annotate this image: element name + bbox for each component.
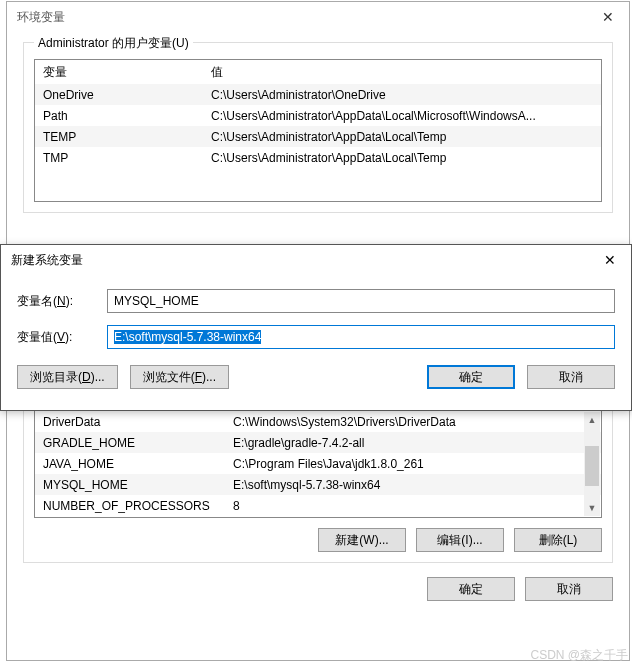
new-button[interactable]: 新建(W)... <box>318 528 406 552</box>
scroll-down-icon[interactable]: ▼ <box>584 500 600 516</box>
name-label: 变量名(N): <box>17 293 97 310</box>
user-group-label: Administrator 的用户变量(U) <box>34 35 193 52</box>
browse-dir-button[interactable]: 浏览目录(D)... <box>17 365 118 389</box>
cell-val: C:\Windows\System32\Drivers\DriverData <box>225 413 601 431</box>
close-icon[interactable]: ✕ <box>587 2 629 32</box>
variable-name-input[interactable] <box>107 289 615 313</box>
cell-var: DriverData <box>35 413 225 431</box>
cell-var: GRADLE_HOME <box>35 434 225 452</box>
ok-button[interactable]: 确定 <box>427 365 515 389</box>
cell-var: OneDrive <box>35 86 203 104</box>
cell-val: E:\gradle\gradle-7.4.2-all <box>225 434 601 452</box>
table-row[interactable]: OneDrive C:\Users\Administrator\OneDrive <box>35 84 601 105</box>
col-header-value[interactable]: 值 <box>203 61 601 84</box>
table-row[interactable]: NUMBER_OF_PROCESSORS 8 <box>35 495 601 516</box>
scrollbar[interactable]: ▲ ▼ <box>584 412 600 516</box>
user-variables-group: Administrator 的用户变量(U) 变量 值 OneDrive C:\… <box>23 42 613 213</box>
table-row[interactable]: TEMP C:\Users\Administrator\AppData\Loca… <box>35 126 601 147</box>
table-row[interactable]: Path C:\Users\Administrator\AppData\Loca… <box>35 105 601 126</box>
cell-var: NUMBER_OF_PROCESSORS <box>35 497 225 515</box>
close-icon[interactable]: ✕ <box>589 245 631 275</box>
dialog-titlebar: 新建系统变量 ✕ <box>1 245 631 275</box>
cell-val: E:\soft\mysql-5.7.38-winx64 <box>225 476 601 494</box>
cell-val: C:\Users\Administrator\OneDrive <box>203 86 601 104</box>
scroll-track[interactable] <box>584 428 600 500</box>
edit-button[interactable]: 编辑(I)... <box>416 528 504 552</box>
dialog-title: 新建系统变量 <box>11 252 83 269</box>
cell-val: C:\Program Files\Java\jdk1.8.0_261 <box>225 455 601 473</box>
ok-button[interactable]: 确定 <box>427 577 515 601</box>
browse-file-button[interactable]: 浏览文件(F)... <box>130 365 229 389</box>
system-variables-group: DriverData C:\Windows\System32\Drivers\D… <box>23 393 613 563</box>
name-row: 变量名(N): <box>1 283 631 319</box>
cell-var: TEMP <box>35 128 203 146</box>
cell-val: C:\Users\Administrator\AppData\Local\Tem… <box>203 149 601 167</box>
table-row[interactable]: DriverData C:\Windows\System32\Drivers\D… <box>35 411 601 432</box>
scroll-up-icon[interactable]: ▲ <box>584 412 600 428</box>
cell-val: 8 <box>225 497 601 515</box>
table-row[interactable]: GRADLE_HOME E:\gradle\gradle-7.4.2-all <box>35 432 601 453</box>
user-variables-table[interactable]: 变量 值 OneDrive C:\Users\Administrator\One… <box>34 59 602 202</box>
table-header: 变量 值 <box>35 60 601 84</box>
cancel-button[interactable]: 取消 <box>527 365 615 389</box>
table-row[interactable]: MYSQL_HOME E:\soft\mysql-5.7.38-winx64 <box>35 474 601 495</box>
col-header-variable[interactable]: 变量 <box>35 61 203 84</box>
main-button-row: 确定 取消 <box>7 563 629 611</box>
watermark: CSDN @森之千手 <box>530 647 628 664</box>
cancel-button[interactable]: 取消 <box>525 577 613 601</box>
window-title: 环境变量 <box>17 9 65 26</box>
system-variables-table[interactable]: DriverData C:\Windows\System32\Drivers\D… <box>34 410 602 518</box>
cell-val: C:\Users\Administrator\AppData\Local\Mic… <box>203 107 601 125</box>
value-label: 变量值(V): <box>17 329 97 346</box>
value-row: 变量值(V): E:\soft\mysql-5.7.38-winx64 <box>1 319 631 355</box>
cell-var: TMP <box>35 149 203 167</box>
scroll-thumb[interactable] <box>585 446 599 486</box>
cell-val: C:\Users\Administrator\AppData\Local\Tem… <box>203 128 601 146</box>
sys-button-row: 新建(W)... 编辑(I)... 删除(L) <box>34 518 602 552</box>
table-row[interactable]: JAVA_HOME C:\Program Files\Java\jdk1.8.0… <box>35 453 601 474</box>
new-system-variable-dialog: 新建系统变量 ✕ 变量名(N): 变量值(V): E:\soft\mysql-5… <box>0 244 632 411</box>
delete-button[interactable]: 删除(L) <box>514 528 602 552</box>
cell-var: Path <box>35 107 203 125</box>
table-row[interactable]: TMP C:\Users\Administrator\AppData\Local… <box>35 147 601 168</box>
cell-var: JAVA_HOME <box>35 455 225 473</box>
titlebar: 环境变量 ✕ <box>7 2 629 32</box>
variable-value-input[interactable]: E:\soft\mysql-5.7.38-winx64 <box>107 325 615 349</box>
cell-var: MYSQL_HOME <box>35 476 225 494</box>
dialog-button-row: 浏览目录(D)... 浏览文件(F)... 确定 取消 <box>1 355 631 401</box>
